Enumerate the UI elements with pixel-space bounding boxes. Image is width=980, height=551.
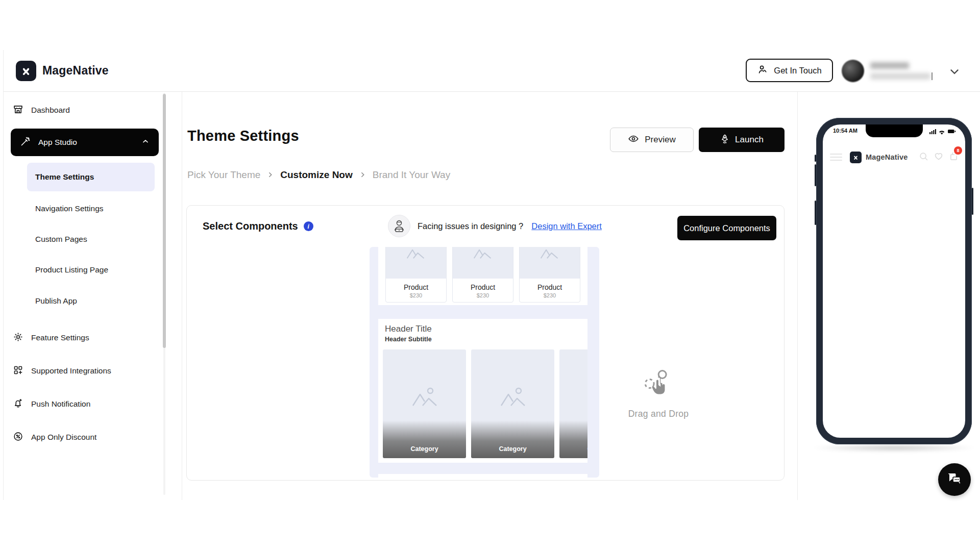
phone-shadow <box>811 444 977 452</box>
facing-issues-text: Facing issues in designing ? <box>418 221 523 231</box>
expert-avatar-icon <box>388 215 410 237</box>
chat-widget-button[interactable] <box>938 463 971 496</box>
image-placeholder-icon <box>540 247 559 259</box>
get-in-touch-button[interactable]: Get In Touch <box>746 59 833 82</box>
category-label: Category <box>410 445 438 453</box>
phone-mockup: 10:54 AM MageNative <box>816 118 972 444</box>
product-name: Product <box>404 283 428 291</box>
category-row: Category Category <box>383 349 587 458</box>
sidebar-item-app-studio[interactable]: App Studio <box>11 129 159 156</box>
app-window: MageNative Get In Touch <box>3 50 980 500</box>
product-card[interactable]: Product $230 <box>452 247 513 303</box>
design-with-expert-link[interactable]: Design with Expert <box>531 221 602 231</box>
category-gradient-overlay: Category <box>471 420 554 458</box>
status-bar-time: 10:54 AM <box>833 128 857 134</box>
bell-plus-icon <box>13 398 23 411</box>
product-image-placeholder <box>386 247 446 279</box>
category-label: Category <box>499 445 526 453</box>
phone-volume-up-button <box>815 164 816 186</box>
sidebar-item-label: App Only Discount <box>31 433 96 442</box>
product-price: $230 <box>410 292 422 298</box>
configure-components-button[interactable]: Configure Components <box>677 216 776 240</box>
user-menu-chevron-down-icon[interactable] <box>948 65 961 78</box>
phone-wishlist-heart-icon[interactable] <box>933 151 944 164</box>
category-tile[interactable]: Category <box>471 349 554 458</box>
phone-search-icon[interactable] <box>918 151 929 164</box>
phone-notch <box>866 124 923 137</box>
drag-and-drop-hint: Drag and Drop <box>628 369 689 419</box>
preview-button[interactable]: Preview <box>610 128 694 152</box>
phone-cart-bag-icon[interactable]: 8 <box>948 151 959 164</box>
info-icon[interactable]: i <box>304 221 313 231</box>
gear-icon <box>13 332 23 344</box>
product-card[interactable]: Product $230 <box>519 247 580 303</box>
drag-and-drop-label: Drag and Drop <box>628 409 689 419</box>
sidebar-item-product-listing-page[interactable]: Product Listing Page <box>27 259 155 281</box>
chevron-right-icon <box>267 169 274 181</box>
cart-badge: 8 <box>954 146 962 155</box>
device-preview-panel: 10:54 AM MageNative <box>798 92 980 500</box>
product-card[interactable]: Product $230 <box>385 247 447 303</box>
select-components-title-row: Select Components i <box>203 220 313 232</box>
section-header-title: Header Title <box>385 324 432 334</box>
phone-volume-down-button <box>815 201 816 225</box>
section-header-subtitle: Header Subtitle <box>385 336 432 343</box>
sidebar-subitem-label: Product Listing Page <box>35 265 108 274</box>
category-gradient-overlay: Category <box>559 420 587 458</box>
sidebar-subitem-label: Navigation Settings <box>35 204 104 213</box>
category-gradient-overlay: Category <box>383 420 466 458</box>
user-avatar[interactable] <box>842 60 864 82</box>
image-placeholder-icon <box>411 386 438 408</box>
sidebar-item-publish-app[interactable]: Publish App <box>27 290 155 312</box>
category-tile[interactable]: Category <box>383 349 466 458</box>
breadcrumb-brand-it-your-way[interactable]: Brand It Your Way <box>373 169 450 181</box>
status-bar-icons <box>929 128 956 137</box>
category-tile[interactable]: Category <box>559 349 587 458</box>
main-content: Theme Settings Preview Launch Pick Your … <box>182 92 798 500</box>
sidebar-item-label: Feature Settings <box>31 333 89 342</box>
product-price: $230 <box>477 292 489 298</box>
integrations-grid-plus-icon <box>13 365 23 378</box>
select-components-title: Select Components <box>203 220 298 232</box>
product-image-placeholder <box>453 247 513 279</box>
sidebar-item-push-notification[interactable]: Push Notification <box>13 394 90 414</box>
percent-circle-icon <box>13 431 23 444</box>
user-name-blurred <box>870 62 909 69</box>
product-image-placeholder <box>520 247 580 279</box>
brand-name: MageNative <box>42 64 109 78</box>
category-label: Category <box>587 445 587 453</box>
dashboard-icon <box>13 104 23 117</box>
sidebar-item-label: Dashboard <box>31 106 70 115</box>
sidebar-item-theme-settings[interactable]: Theme Settings <box>27 163 155 191</box>
category-section-component[interactable]: Header Title Header Subtitle Category <box>378 319 587 463</box>
sidebar-item-supported-integrations[interactable]: Supported Integrations <box>13 361 111 381</box>
sidebar: Dashboard App Studio Theme Settings Navi… <box>4 92 182 500</box>
sidebar-item-feature-settings[interactable]: Feature Settings <box>13 328 89 348</box>
hamburger-menu-icon[interactable] <box>830 154 842 161</box>
page-title: Theme Settings <box>187 128 299 144</box>
get-in-touch-label: Get In Touch <box>774 66 821 76</box>
sidebar-item-label: Supported Integrations <box>31 366 111 375</box>
sidebar-item-app-only-discount[interactable]: App Only Discount <box>13 427 96 447</box>
sidebar-scrollbar-thumb[interactable] <box>163 94 166 348</box>
sidebar-item-custom-pages[interactable]: Custom Pages <box>27 228 155 251</box>
sidebar-item-dashboard[interactable]: Dashboard <box>13 100 70 120</box>
sidebar-item-navigation-settings[interactable]: Navigation Settings <box>27 197 155 220</box>
page: MageNative Get In Touch <box>0 0 980 551</box>
image-placeholder-icon <box>500 386 526 408</box>
user-email-blurred <box>870 73 930 80</box>
product-name: Product <box>471 283 495 291</box>
phone-power-button <box>972 188 973 215</box>
phone-app-logo-icon <box>850 152 862 163</box>
image-placeholder-icon <box>473 247 493 259</box>
next-component-partial <box>378 474 587 478</box>
phone-app-header: MageNative 8 <box>823 147 965 167</box>
product-row-component[interactable]: Product $230 Product $230 <box>378 247 587 305</box>
breadcrumb-customize-now[interactable]: Customize Now <box>280 169 352 181</box>
sidebar-item-label: App Studio <box>38 138 77 147</box>
launch-button[interactable]: Launch <box>699 128 785 152</box>
sidebar-subitem-label: Publish App <box>35 296 77 306</box>
theme-preview-canvas[interactable]: Product $230 Product $230 <box>370 247 599 478</box>
chevron-right-icon <box>359 169 366 181</box>
breadcrumb-pick-your-theme[interactable]: Pick Your Theme <box>187 169 260 181</box>
